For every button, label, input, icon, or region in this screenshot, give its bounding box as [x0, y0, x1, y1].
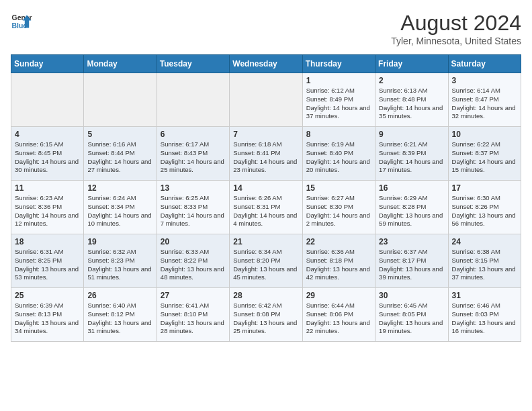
day-number: 28: [233, 291, 298, 300]
location-subtitle: Tyler, Minnesota, United States: [391, 36, 521, 46]
calendar-cell: 27Sunrise: 6:41 AM Sunset: 8:10 PM Dayli…: [157, 288, 229, 342]
calendar-cell: 14Sunrise: 6:26 AM Sunset: 8:31 PM Dayli…: [230, 181, 302, 234]
day-info: Sunrise: 6:45 AM Sunset: 8:05 PM Dayligh…: [379, 302, 444, 336]
day-number: 1: [306, 76, 371, 85]
calendar-table: SundayMondayTuesdayWednesdayThursdayFrid…: [11, 54, 521, 342]
calendar-cell: 25Sunrise: 6:39 AM Sunset: 8:13 PM Dayli…: [11, 288, 84, 342]
day-number: 7: [233, 130, 298, 139]
day-info: Sunrise: 6:14 AM Sunset: 8:47 PM Dayligh…: [452, 87, 517, 121]
day-number: 18: [15, 237, 80, 246]
calendar-cell: 22Sunrise: 6:36 AM Sunset: 8:18 PM Dayli…: [302, 234, 375, 288]
logo: General Blue: [11, 11, 32, 32]
day-info: Sunrise: 6:33 AM Sunset: 8:22 PM Dayligh…: [161, 248, 226, 282]
calendar-cell: [230, 73, 302, 127]
day-info: Sunrise: 6:19 AM Sunset: 8:40 PM Dayligh…: [306, 140, 371, 175]
day-header-sunday: Sunday: [11, 55, 84, 73]
logo-icon: General Blue: [11, 11, 32, 32]
day-info: Sunrise: 6:23 AM Sunset: 8:36 PM Dayligh…: [15, 194, 80, 228]
day-number: 9: [379, 130, 444, 139]
day-number: 8: [306, 130, 371, 139]
day-info: Sunrise: 6:44 AM Sunset: 8:06 PM Dayligh…: [306, 302, 371, 336]
calendar-cell: 11Sunrise: 6:23 AM Sunset: 8:36 PM Dayli…: [11, 181, 84, 234]
calendar-cell: 10Sunrise: 6:22 AM Sunset: 8:37 PM Dayli…: [448, 127, 521, 181]
day-info: Sunrise: 6:27 AM Sunset: 8:30 PM Dayligh…: [306, 194, 371, 228]
calendar-week-row: 4Sunrise: 6:15 AM Sunset: 8:45 PM Daylig…: [11, 127, 521, 181]
day-number: 22: [306, 237, 371, 246]
day-info: Sunrise: 6:17 AM Sunset: 8:43 PM Dayligh…: [161, 140, 226, 175]
day-number: 15: [306, 183, 371, 193]
page-header: General Blue August 2024 Tyler, Minnesot…: [11, 11, 521, 46]
day-info: Sunrise: 6:30 AM Sunset: 8:26 PM Dayligh…: [452, 194, 517, 228]
day-info: Sunrise: 6:29 AM Sunset: 8:28 PM Dayligh…: [379, 194, 444, 228]
day-info: Sunrise: 6:21 AM Sunset: 8:39 PM Dayligh…: [379, 140, 444, 175]
calendar-cell: 26Sunrise: 6:40 AM Sunset: 8:12 PM Dayli…: [84, 288, 157, 342]
calendar-cell: 3Sunrise: 6:14 AM Sunset: 8:47 PM Daylig…: [448, 73, 521, 127]
day-number: 29: [306, 291, 371, 300]
calendar-week-row: 1Sunrise: 6:12 AM Sunset: 8:49 PM Daylig…: [11, 73, 521, 127]
day-number: 25: [15, 291, 80, 300]
day-header-thursday: Thursday: [302, 55, 375, 73]
day-header-saturday: Saturday: [448, 55, 521, 73]
day-info: Sunrise: 6:37 AM Sunset: 8:17 PM Dayligh…: [379, 248, 444, 282]
day-header-wednesday: Wednesday: [230, 55, 302, 73]
day-number: 5: [87, 130, 152, 139]
calendar-cell: 7Sunrise: 6:18 AM Sunset: 8:41 PM Daylig…: [230, 127, 302, 181]
calendar-header-row: SundayMondayTuesdayWednesdayThursdayFrid…: [11, 55, 521, 73]
calendar-cell: 24Sunrise: 6:38 AM Sunset: 8:15 PM Dayli…: [448, 234, 521, 288]
day-header-monday: Monday: [84, 55, 157, 73]
day-info: Sunrise: 6:24 AM Sunset: 8:34 PM Dayligh…: [87, 194, 152, 228]
day-info: Sunrise: 6:34 AM Sunset: 8:20 PM Dayligh…: [233, 248, 298, 282]
day-header-tuesday: Tuesday: [157, 55, 229, 73]
calendar-cell: 19Sunrise: 6:32 AM Sunset: 8:23 PM Dayli…: [84, 234, 157, 288]
title-area: August 2024 Tyler, Minnesota, United Sta…: [391, 11, 521, 46]
day-number: 14: [233, 183, 298, 193]
day-number: 2: [379, 76, 444, 85]
day-number: 24: [452, 237, 517, 246]
day-info: Sunrise: 6:31 AM Sunset: 8:25 PM Dayligh…: [15, 248, 80, 282]
day-number: 23: [379, 237, 444, 246]
day-number: 13: [161, 183, 226, 193]
calendar-cell: 13Sunrise: 6:25 AM Sunset: 8:33 PM Dayli…: [157, 181, 229, 234]
day-header-friday: Friday: [375, 55, 448, 73]
calendar-cell: 5Sunrise: 6:16 AM Sunset: 8:44 PM Daylig…: [84, 127, 157, 181]
day-info: Sunrise: 6:38 AM Sunset: 8:15 PM Dayligh…: [452, 248, 517, 282]
calendar-cell: 15Sunrise: 6:27 AM Sunset: 8:30 PM Dayli…: [302, 181, 375, 234]
calendar-cell: 21Sunrise: 6:34 AM Sunset: 8:20 PM Dayli…: [230, 234, 302, 288]
day-info: Sunrise: 6:32 AM Sunset: 8:23 PM Dayligh…: [87, 248, 152, 282]
calendar-cell: 1Sunrise: 6:12 AM Sunset: 8:49 PM Daylig…: [302, 73, 375, 127]
day-info: Sunrise: 6:12 AM Sunset: 8:49 PM Dayligh…: [306, 87, 371, 121]
day-number: 20: [161, 237, 226, 246]
calendar-cell: [11, 73, 84, 127]
day-number: 3: [452, 76, 517, 85]
day-info: Sunrise: 6:36 AM Sunset: 8:18 PM Dayligh…: [306, 248, 371, 282]
day-info: Sunrise: 6:25 AM Sunset: 8:33 PM Dayligh…: [161, 194, 226, 228]
day-number: 19: [87, 237, 152, 246]
calendar-cell: 28Sunrise: 6:42 AM Sunset: 8:08 PM Dayli…: [230, 288, 302, 342]
calendar-cell: 2Sunrise: 6:13 AM Sunset: 8:48 PM Daylig…: [375, 73, 448, 127]
calendar-body: 1Sunrise: 6:12 AM Sunset: 8:49 PM Daylig…: [11, 73, 521, 342]
day-info: Sunrise: 6:22 AM Sunset: 8:37 PM Dayligh…: [452, 140, 517, 175]
day-number: 21: [233, 237, 298, 246]
day-info: Sunrise: 6:46 AM Sunset: 8:03 PM Dayligh…: [452, 302, 517, 336]
calendar-cell: [84, 73, 157, 127]
day-number: 27: [161, 291, 226, 300]
calendar-cell: [157, 73, 229, 127]
day-info: Sunrise: 6:42 AM Sunset: 8:08 PM Dayligh…: [233, 302, 298, 336]
calendar-cell: 8Sunrise: 6:19 AM Sunset: 8:40 PM Daylig…: [302, 127, 375, 181]
calendar-cell: 20Sunrise: 6:33 AM Sunset: 8:22 PM Dayli…: [157, 234, 229, 288]
calendar-cell: 16Sunrise: 6:29 AM Sunset: 8:28 PM Dayli…: [375, 181, 448, 234]
calendar-cell: 6Sunrise: 6:17 AM Sunset: 8:43 PM Daylig…: [157, 127, 229, 181]
day-info: Sunrise: 6:13 AM Sunset: 8:48 PM Dayligh…: [379, 87, 444, 121]
day-info: Sunrise: 6:16 AM Sunset: 8:44 PM Dayligh…: [87, 140, 152, 175]
day-info: Sunrise: 6:26 AM Sunset: 8:31 PM Dayligh…: [233, 194, 298, 228]
day-info: Sunrise: 6:39 AM Sunset: 8:13 PM Dayligh…: [15, 302, 80, 336]
day-number: 16: [379, 183, 444, 193]
calendar-week-row: 11Sunrise: 6:23 AM Sunset: 8:36 PM Dayli…: [11, 181, 521, 234]
calendar-week-row: 18Sunrise: 6:31 AM Sunset: 8:25 PM Dayli…: [11, 234, 521, 288]
calendar-cell: 29Sunrise: 6:44 AM Sunset: 8:06 PM Dayli…: [302, 288, 375, 342]
day-number: 4: [15, 130, 80, 139]
day-number: 17: [452, 183, 517, 193]
calendar-cell: 31Sunrise: 6:46 AM Sunset: 8:03 PM Dayli…: [448, 288, 521, 342]
calendar-cell: 4Sunrise: 6:15 AM Sunset: 8:45 PM Daylig…: [11, 127, 84, 181]
day-info: Sunrise: 6:41 AM Sunset: 8:10 PM Dayligh…: [161, 302, 226, 336]
